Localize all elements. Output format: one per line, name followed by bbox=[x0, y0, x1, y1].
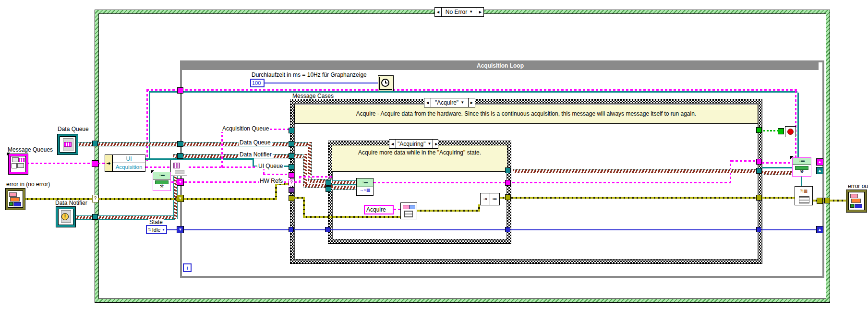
queue-elements-icon bbox=[64, 142, 72, 147]
timer-constant-100[interactable]: 100 bbox=[250, 79, 265, 87]
error-bool-icon bbox=[850, 204, 854, 208]
tunnel-outer-error-right[interactable] bbox=[824, 198, 830, 203]
acquiring-case-comment: Acquire more data while in the "Acquirin… bbox=[332, 145, 507, 172]
tunnel-message-queues-outer[interactable] bbox=[92, 160, 98, 167]
tunnel-inner-error-out[interactable] bbox=[505, 194, 511, 200]
send-messages-vi[interactable]: ↓▬ ⚒ bbox=[792, 157, 811, 177]
tunnel-mc-state-right[interactable] bbox=[756, 227, 761, 232]
acquire-message-constant[interactable]: Acquire bbox=[364, 205, 394, 214]
grid2-icon bbox=[404, 211, 413, 217]
shift-register-state-left[interactable]: ▼ bbox=[177, 226, 184, 233]
unbundle-row-ui[interactable]: UI bbox=[112, 155, 145, 163]
tunnel-mc-state-left[interactable] bbox=[289, 227, 294, 232]
tunnel-inner-stripe-out[interactable] bbox=[505, 167, 511, 173]
error-source-icon bbox=[855, 204, 862, 208]
dropdown-icon[interactable]: ▼ bbox=[469, 9, 473, 15]
unbundle-row-acquisition[interactable]: Acquisition bbox=[112, 163, 145, 172]
tunnel-mc-msg-right[interactable] bbox=[756, 159, 762, 165]
error-out-terminal[interactable] bbox=[846, 190, 867, 212]
compare-vi-right[interactable]: ≔ bbox=[490, 193, 500, 205]
shift-register-hw-refs-left[interactable]: ▼ bbox=[177, 178, 184, 186]
tunnel-inner-msg-out[interactable] bbox=[505, 180, 511, 186]
hw-refs-vi[interactable]: ↓▬ ⚒ bbox=[153, 172, 171, 191]
wire-stop-bool bbox=[763, 130, 779, 131]
tunnel-loop-top-pink[interactable] bbox=[177, 87, 183, 94]
data-notifier-terminal[interactable]: ! bbox=[56, 207, 75, 227]
error-in-terminal[interactable] bbox=[6, 189, 25, 210]
wire-state bbox=[167, 229, 817, 230]
error-status-icon bbox=[850, 194, 858, 198]
tunnel-mc-data-queue[interactable] bbox=[289, 141, 294, 147]
case-next-icon[interactable]: ► bbox=[433, 140, 439, 148]
registry-vi[interactable] bbox=[170, 160, 187, 176]
tunnel-inner-state-right[interactable] bbox=[505, 227, 510, 232]
enum-arrows-icon[interactable]: ⇅ bbox=[148, 227, 151, 232]
tunnel-loop-error-right[interactable] bbox=[817, 198, 823, 204]
case-selector-value[interactable]: "Acquire"▼ bbox=[431, 98, 468, 107]
data-queue-label: Data Queue bbox=[57, 126, 90, 132]
wire-acquire-const bbox=[394, 209, 400, 210]
tunnel-mc-ui-queue[interactable] bbox=[289, 164, 294, 170]
tunnel-mc-error-right[interactable] bbox=[756, 195, 762, 201]
case-next-icon[interactable]: ► bbox=[468, 98, 475, 107]
case-selector-acquire[interactable]: ◄ "Acquire"▼ ► bbox=[424, 98, 475, 107]
while-loop-title-bar: Acquisition Loop bbox=[182, 62, 819, 70]
tunnel-mc-acq-queue[interactable] bbox=[289, 128, 294, 133]
shift-register-queue-right[interactable]: ▲ bbox=[816, 167, 823, 174]
case-prev-icon[interactable]: ◄ bbox=[435, 8, 442, 16]
loop-iteration-terminal[interactable]: i bbox=[183, 263, 192, 272]
stop-bool-node[interactable] bbox=[785, 126, 796, 137]
tunnel-inner-in2[interactable] bbox=[326, 186, 331, 192]
wire-error-mid bbox=[417, 210, 480, 212]
message-queues-terminal[interactable] bbox=[9, 154, 28, 174]
state-value[interactable]: Idle bbox=[152, 227, 161, 233]
state-enum-control[interactable]: ⇅ Idle ▼ bbox=[146, 225, 167, 234]
tunnel-mc-purple[interactable] bbox=[289, 187, 294, 193]
tunnel-stop-green[interactable] bbox=[778, 128, 784, 134]
wire-stripe-right-long bbox=[513, 169, 758, 173]
shift-register-msg-right[interactable]: ▲ bbox=[816, 158, 823, 166]
case-selector-acquiring[interactable]: ◄ "Acquiring"▼ ► bbox=[389, 139, 438, 149]
tunnel-mc-stop[interactable] bbox=[756, 127, 762, 133]
compare-vi-left[interactable]: ⇥ bbox=[480, 193, 490, 205]
tunnel-data-notifier-outer[interactable] bbox=[92, 214, 98, 220]
message-handler-vi[interactable]: ?!▦ bbox=[795, 186, 813, 205]
dropdown-icon[interactable]: ▼ bbox=[428, 141, 432, 147]
case-selector-value[interactable]: "Acquiring"▼ bbox=[396, 140, 433, 148]
tunnel-loop-data-notifier[interactable] bbox=[177, 153, 183, 159]
wait-ms-vi[interactable] bbox=[378, 75, 394, 91]
tunnel-mc-error[interactable] bbox=[289, 195, 294, 201]
tunnel-error-question-outer[interactable]: ? bbox=[92, 195, 98, 202]
case-next-icon[interactable]: ► bbox=[477, 8, 483, 16]
case-prev-icon[interactable]: ◄ bbox=[389, 140, 396, 148]
error-in-label: error in (no error) bbox=[5, 181, 51, 188]
enqueue-message-vi[interactable] bbox=[400, 202, 417, 219]
unbundle-by-name-node[interactable]: ➔ UI Acquisition bbox=[105, 155, 145, 172]
tunnel-inner-in1[interactable] bbox=[326, 180, 331, 186]
wire-label-acquisition-queue: Acquisition Queue bbox=[221, 126, 270, 132]
dropdown-icon[interactable]: ▼ bbox=[460, 100, 464, 106]
tunnel-mc-hw-refs-question[interactable]: ? bbox=[289, 179, 294, 186]
tunnel-data-queue-outer[interactable] bbox=[92, 141, 98, 146]
wire-data-notifier-in-v bbox=[303, 154, 307, 187]
envelope2-icon bbox=[17, 163, 24, 168]
data-queue-terminal[interactable] bbox=[58, 134, 78, 155]
shift-register-state-right[interactable]: ▲ bbox=[816, 226, 823, 233]
wire-error-right2 bbox=[762, 197, 795, 199]
tunnel-mc-magenta[interactable] bbox=[289, 172, 294, 178]
tunnel-mc-stripe-right[interactable] bbox=[756, 168, 762, 174]
case-selector-no-error[interactable]: ◄ No Error▼ ► bbox=[434, 7, 484, 17]
dequeue-vi[interactable]: ↓▬ →≈▦ bbox=[356, 178, 374, 196]
wire-label-data-queue: Data Queue bbox=[239, 140, 272, 146]
error-code-icon bbox=[851, 199, 861, 203]
pair-left-glyph: ⇥ bbox=[483, 196, 487, 202]
enum-dropdown-icon[interactable]: ▼ bbox=[162, 228, 165, 231]
case-prev-icon[interactable]: ◄ bbox=[424, 98, 431, 107]
tool-icon bbox=[175, 170, 184, 174]
tunnel-loop-data-queue[interactable] bbox=[177, 141, 183, 147]
tunnel-mc-data-notifier[interactable] bbox=[289, 153, 294, 159]
tunnel-inner-state-left[interactable] bbox=[325, 227, 330, 232]
msg2-icon bbox=[410, 205, 415, 209]
case-selector-value[interactable]: No Error▼ bbox=[442, 8, 477, 16]
shift-register-error-left[interactable]: ▼ bbox=[177, 195, 184, 202]
